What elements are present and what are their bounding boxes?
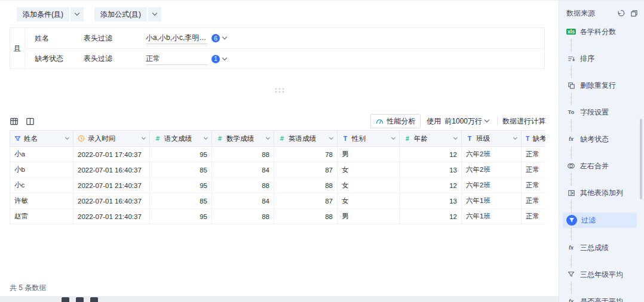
history-icon[interactable]	[617, 9, 625, 17]
table-cell: 95	[150, 178, 212, 193]
add-column-icon	[566, 189, 576, 197]
table-cell: 六年2班	[462, 178, 522, 193]
column-header[interactable]: #年龄	[400, 131, 462, 147]
connector-line	[571, 255, 572, 267]
condition-row: 缺考状态 表头过滤 正常 1	[25, 48, 544, 69]
pipeline-step[interactable]: 左右合并	[566, 159, 638, 173]
condition-value-select[interactable]: 小a,小b,小c,李明,许敏,... 6	[146, 32, 226, 44]
table-cell: 六年2班	[462, 162, 522, 178]
remove-duplicate-rows-icon	[566, 82, 576, 90]
filter-toolbar: 添加条件(且) 添加公式(且)	[0, 1, 559, 21]
filter-icon	[14, 135, 21, 142]
chevron-down-icon[interactable]	[222, 55, 227, 60]
table-cell: 2022-07-01 17:40:37	[73, 147, 150, 162]
condition-mode-label: 表头过滤	[84, 33, 146, 44]
connector-line	[571, 282, 572, 294]
table-cell: 六年1班	[462, 209, 522, 224]
column-header[interactable]: T缺考状态	[522, 131, 546, 147]
column-header[interactable]: #语文成绩	[150, 131, 212, 147]
column-header[interactable]: #数学成绩	[212, 131, 274, 147]
table-cell: 2022-07-01 16:40:37	[73, 162, 150, 178]
pane-divider[interactable]	[0, 69, 559, 112]
table-row: 许敏 2022-07-01 16:40:37 85 84 87 女 13 六年1…	[10, 193, 546, 209]
pipeline-step-label: 排序	[580, 54, 594, 64]
number-type-icon: #	[154, 135, 161, 142]
column-view-icon[interactable]	[26, 117, 35, 126]
table-cell: 88	[212, 209, 274, 224]
performance-analysis-button[interactable]: 性能分析	[370, 114, 421, 128]
table-cell: 13	[400, 162, 462, 178]
sidebar-scrollbar[interactable]	[640, 119, 642, 199]
add-formula-button-group: 添加公式(且)	[94, 7, 161, 21]
number-type-icon: #	[216, 135, 223, 142]
pipeline-step[interactable]: fx 是否高于平均	[566, 294, 638, 302]
funnel-icon	[566, 271, 576, 278]
table-row: 赵雷 2022-07-01 21:40:37 95 88 88 男 12 六年1…	[10, 209, 546, 224]
data-source-item[interactable]: xls 各学科分数	[566, 24, 638, 39]
table-row: 小a 2022-07-01 17:40:37 95 88 78 男 12 六年2…	[10, 147, 546, 162]
status-bar: 共 5 条数据	[0, 279, 559, 296]
grid-view-icon[interactable]	[10, 117, 19, 126]
condition-value-select[interactable]: 正常 1	[146, 53, 226, 65]
condition-field-name: 姓名	[35, 33, 84, 44]
pipeline-step-label: 左右合并	[580, 161, 609, 171]
bottom-strip	[0, 296, 559, 302]
table-cell: 85	[150, 193, 212, 209]
pipeline-step[interactable]: To 字段设置	[566, 105, 638, 119]
table-cell: 小c	[10, 178, 73, 193]
gauge-icon	[376, 118, 384, 125]
chevron-down-icon[interactable]	[222, 35, 227, 39]
column-header[interactable]: #英语成绩	[274, 131, 338, 147]
pipeline-step[interactable]: 删除重复行	[566, 78, 638, 93]
table-cell: 2022-07-01 16:40:37	[73, 193, 150, 209]
add-condition-dropdown-button[interactable]	[70, 7, 84, 21]
data-flow-sidebar: 数据来源 xls 各学科分数 排序	[559, 1, 644, 302]
copy-icon[interactable]	[630, 10, 638, 17]
use-label: 使用	[427, 116, 441, 127]
condition-value-text: 小a,小b,小c,李明,许敏,...	[146, 33, 208, 43]
chevron-down-icon[interactable]	[266, 135, 270, 139]
chevron-down-icon[interactable]	[329, 135, 333, 139]
table-cell: 小a	[10, 147, 73, 162]
row-limit-select[interactable]: 前1000万行	[444, 116, 489, 127]
column-header[interactable]: T班级	[462, 131, 522, 147]
add-formula-dropdown-button[interactable]	[148, 7, 161, 21]
formula-icon: fx	[566, 245, 576, 251]
view-toggle-icons	[10, 117, 35, 126]
filter-icon	[566, 215, 577, 226]
data-source-label: 各学科分数	[580, 27, 616, 37]
chevron-down-icon[interactable]	[391, 135, 395, 139]
row-limit-value: 前1000万行	[444, 116, 482, 127]
condition-row: 姓名 表头过滤 小a,小b,小c,李明,许敏,... 6	[25, 28, 544, 48]
pipeline-step-active[interactable]: 过滤	[563, 212, 637, 228]
pipeline-step[interactable]: fx 缺考状态	[566, 132, 638, 146]
chevron-down-icon[interactable]	[204, 135, 208, 139]
pipeline-step[interactable]: 三总年级平均	[566, 267, 638, 282]
connector-line	[571, 119, 572, 132]
add-formula-button[interactable]: 添加公式(且)	[94, 7, 147, 21]
table-cell: 男	[338, 147, 400, 162]
footer-icon[interactable]	[90, 297, 98, 302]
chevron-down-icon[interactable]	[65, 135, 69, 139]
xls-file-icon: xls	[566, 29, 576, 35]
table-cell: 正常	[522, 178, 546, 193]
chevron-down-icon[interactable]	[142, 135, 146, 139]
chevron-down-icon[interactable]	[453, 135, 458, 139]
pipeline-step-label: 三总成绩	[580, 243, 609, 253]
table-cell: 正常	[522, 147, 546, 162]
pipeline-step[interactable]: fx 三总成绩	[566, 241, 638, 255]
column-header[interactable]: T性别	[338, 131, 400, 147]
column-header[interactable]: 姓名	[10, 131, 73, 147]
pipeline-step[interactable]: 其他表添加列	[566, 186, 638, 200]
pipeline-step[interactable]: 排序	[566, 51, 638, 66]
pipeline-step-label: 过滤	[581, 215, 596, 226]
table-cell: 正常	[522, 193, 546, 209]
footer-icon[interactable]	[76, 297, 84, 302]
add-condition-button[interactable]: 添加条件(且)	[17, 7, 69, 21]
connector-line	[571, 66, 572, 78]
column-header[interactable]: 录入时间	[73, 131, 150, 147]
footer-icon[interactable]	[62, 297, 69, 302]
chevron-down-icon[interactable]	[513, 135, 517, 139]
sort-icon	[566, 55, 576, 63]
pipeline-step-label: 其他表添加列	[580, 188, 623, 198]
